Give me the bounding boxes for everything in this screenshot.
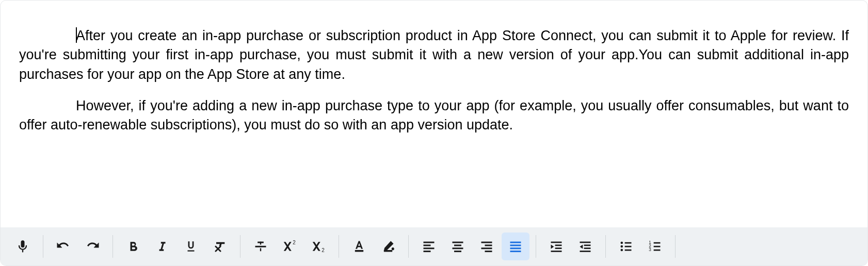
svg-rect-29 (584, 247, 591, 249)
toolbar-group-script: 2 2 (240, 232, 339, 260)
svg-point-5 (392, 247, 394, 250)
toolbar-group-align (409, 232, 536, 260)
rich-text-editor: After you create an in-app purchase or s… (0, 0, 868, 266)
svg-rect-25 (555, 247, 562, 249)
paragraph-text: However, if you're adding a new in-app p… (19, 98, 849, 132)
clear-format-icon (213, 239, 227, 254)
svg-rect-8 (424, 245, 431, 246)
toolbar-group-format (113, 232, 240, 260)
indent-increase-button[interactable] (542, 232, 570, 260)
editor-toolbar: 2 2 (1, 227, 867, 265)
editor-content[interactable]: After you create an in-app purchase or s… (1, 1, 867, 227)
svg-rect-21 (510, 247, 521, 249)
svg-rect-7 (424, 242, 435, 243)
align-left-button[interactable] (415, 232, 443, 260)
toolbar-group-color (339, 232, 408, 260)
paragraph: After you create an in-app purchase or s… (19, 26, 849, 84)
underline-button[interactable] (177, 232, 205, 260)
svg-rect-16 (485, 245, 492, 246)
subscript-button[interactable]: 2 (304, 232, 332, 260)
subscript-icon: 2 (311, 239, 326, 254)
paragraph-text: After you create an in-app purchase or s… (19, 28, 849, 82)
italic-button[interactable] (148, 232, 176, 260)
svg-rect-19 (510, 242, 521, 243)
svg-rect-40 (654, 242, 661, 244)
svg-rect-9 (424, 247, 435, 249)
redo-icon (85, 239, 100, 254)
align-justify-icon (508, 239, 523, 254)
svg-rect-26 (551, 251, 562, 252)
align-right-button[interactable] (473, 232, 501, 260)
bold-button[interactable] (119, 232, 147, 260)
align-center-icon (451, 239, 465, 254)
svg-rect-10 (424, 251, 431, 252)
strikethrough-button[interactable] (247, 232, 275, 260)
svg-rect-42 (654, 250, 661, 251)
align-left-icon (422, 239, 436, 254)
toolbar-group-history (43, 232, 112, 260)
svg-rect-13 (453, 247, 463, 249)
clear-format-button[interactable] (206, 232, 234, 260)
svg-rect-11 (453, 242, 463, 243)
italic-icon (155, 240, 169, 253)
svg-rect-23 (551, 242, 562, 243)
svg-rect-36 (625, 250, 632, 251)
mic-icon (15, 239, 30, 254)
svg-rect-14 (454, 251, 461, 252)
superscript-button[interactable]: 2 (276, 232, 303, 260)
align-right-icon (479, 239, 494, 254)
paragraph: However, if you're adding a new in-app p… (19, 96, 849, 135)
svg-rect-35 (625, 246, 632, 247)
numbered-list-button[interactable]: 1 2 3 (641, 232, 669, 260)
undo-icon (56, 239, 71, 254)
svg-rect-41 (654, 246, 661, 247)
svg-point-32 (621, 245, 623, 248)
text-color-icon (352, 239, 366, 254)
undo-button[interactable] (50, 232, 77, 260)
svg-text:2: 2 (293, 240, 296, 245)
svg-rect-30 (580, 251, 591, 252)
toolbar-group-list: 1 2 3 (606, 232, 675, 260)
strikethrough-icon (253, 239, 268, 254)
mic-button[interactable] (9, 232, 37, 260)
svg-text:2: 2 (322, 247, 325, 253)
svg-rect-6 (384, 250, 392, 252)
bullet-list-icon (619, 239, 633, 254)
indent-decrease-icon (578, 239, 592, 254)
svg-rect-28 (584, 245, 591, 246)
svg-rect-17 (481, 247, 492, 249)
indent-decrease-button[interactable] (571, 232, 599, 260)
svg-rect-27 (580, 242, 591, 243)
svg-rect-24 (555, 245, 562, 246)
align-center-button[interactable] (444, 232, 472, 260)
svg-point-33 (621, 249, 623, 252)
align-justify-button[interactable] (502, 232, 529, 260)
toolbar-group-indent (536, 232, 605, 260)
highlight-button[interactable] (374, 232, 402, 260)
svg-rect-22 (510, 251, 521, 252)
redo-button[interactable] (78, 232, 106, 260)
svg-rect-18 (485, 251, 492, 252)
numbered-list-icon: 1 2 3 (648, 239, 662, 254)
svg-point-31 (621, 242, 623, 244)
svg-rect-34 (625, 242, 632, 244)
svg-rect-15 (481, 242, 492, 243)
svg-text:3: 3 (649, 247, 651, 252)
svg-rect-1 (258, 242, 264, 243)
highlight-icon (381, 239, 395, 254)
bullet-list-button[interactable] (612, 232, 640, 260)
toolbar-group-voice (3, 232, 43, 260)
svg-rect-4 (355, 250, 363, 252)
indent-increase-icon (549, 239, 564, 254)
bold-icon (126, 240, 140, 253)
text-color-button[interactable] (345, 232, 373, 260)
svg-rect-12 (454, 245, 461, 246)
superscript-icon: 2 (282, 239, 297, 254)
toolbar-divider (675, 235, 676, 258)
svg-rect-0 (255, 246, 266, 247)
svg-rect-20 (510, 245, 521, 246)
underline-icon (184, 240, 198, 253)
